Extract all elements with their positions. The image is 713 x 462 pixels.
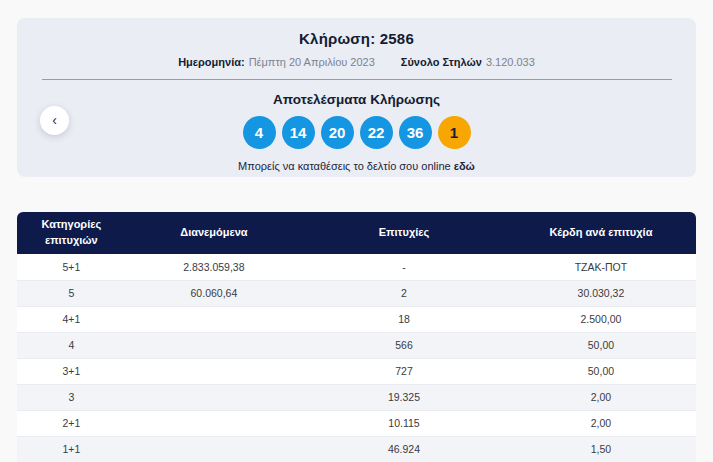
table-cell-category: 5 bbox=[17, 280, 126, 306]
table-cell-winners: 19.325 bbox=[302, 384, 506, 410]
table-row: 456650,00 bbox=[17, 332, 696, 358]
draw-panel: Κλήρωση: 2586 Ημερομηνία:Πέμπτη 20 Απριλ… bbox=[17, 18, 696, 177]
table-cell-prize: 2,00 bbox=[506, 410, 696, 436]
draw-date-label: Ημερομηνία: bbox=[178, 56, 244, 68]
table-row: 319.3252,00 bbox=[17, 384, 696, 410]
column-header-categories: Κατηγορίεςεπιτυχιών bbox=[17, 212, 126, 254]
table-row: 2+110.1152,00 bbox=[17, 410, 696, 436]
total-columns-label: Σύνολο Στηλών bbox=[401, 56, 482, 68]
table-cell-winners: 18 bbox=[302, 306, 506, 332]
table-cell-distributed bbox=[126, 358, 303, 384]
table-row: 1+146.9241,50 bbox=[17, 436, 696, 462]
joker-number-ball: 1 bbox=[438, 116, 471, 149]
table-cell-winners: 566 bbox=[302, 332, 506, 358]
table-cell-prize: 2.500,00 bbox=[506, 306, 696, 332]
table-cell-distributed bbox=[126, 436, 303, 462]
chevron-left-icon: ‹ bbox=[52, 113, 57, 127]
table-row: 5+12.833.059,38-ΤΖΑΚ-ΠΟΤ bbox=[17, 254, 696, 280]
online-submit-note: Μπορείς να καταθέσεις το δελτίο σου onli… bbox=[17, 160, 696, 172]
table-cell-category: 5+1 bbox=[17, 254, 126, 280]
drawn-number-ball: 20 bbox=[321, 116, 354, 149]
total-columns-value: 3.120.033 bbox=[486, 56, 535, 68]
winnings-table-container: Κατηγορίεςεπιτυχιών Διανεμόμενα Επιτυχίε… bbox=[17, 212, 696, 462]
drawn-number-ball: 14 bbox=[282, 116, 315, 149]
table-cell-winners: 10.115 bbox=[302, 410, 506, 436]
winnings-table: Κατηγορίεςεπιτυχιών Διανεμόμενα Επιτυχίε… bbox=[17, 212, 696, 462]
table-cell-distributed: 2.833.059,38 bbox=[126, 254, 303, 280]
online-submit-text: Μπορείς να καταθέσεις το δελτίο σου onli… bbox=[238, 160, 451, 172]
table-cell-distributed bbox=[126, 306, 303, 332]
table-cell-prize: 50,00 bbox=[506, 358, 696, 384]
draw-date: Ημερομηνία:Πέμπτη 20 Απριλίου 2023 bbox=[178, 56, 375, 68]
table-cell-category: 1+1 bbox=[17, 436, 126, 462]
page-content: Κλήρωση: 2586 Ημερομηνία:Πέμπτη 20 Απριλ… bbox=[17, 0, 696, 462]
table-cell-winners: 727 bbox=[302, 358, 506, 384]
table-header-row: Κατηγορίεςεπιτυχιών Διανεμόμενα Επιτυχίε… bbox=[17, 212, 696, 254]
draw-title-label: Κλήρωση: bbox=[299, 30, 375, 47]
table-cell-category: 3 bbox=[17, 384, 126, 410]
drawn-number-ball: 4 bbox=[243, 116, 276, 149]
table-row: 560.060,64230.030,32 bbox=[17, 280, 696, 306]
drawn-numbers: 4142022361 bbox=[17, 116, 696, 149]
table-cell-winners: - bbox=[302, 254, 506, 280]
previous-draw-button[interactable]: ‹ bbox=[40, 106, 69, 135]
table-cell-winners: 46.924 bbox=[302, 436, 506, 462]
table-cell-distributed: 60.060,64 bbox=[126, 280, 303, 306]
table-cell-distributed bbox=[126, 332, 303, 358]
panel-divider bbox=[42, 79, 672, 80]
table-row: 4+1182.500,00 bbox=[17, 306, 696, 332]
draw-meta: Ημερομηνία:Πέμπτη 20 Απριλίου 2023 Σύνολ… bbox=[17, 56, 696, 68]
table-cell-category: 2+1 bbox=[17, 410, 126, 436]
draw-title-value: 2586 bbox=[380, 30, 414, 47]
table-cell-prize: 50,00 bbox=[506, 332, 696, 358]
total-columns: Σύνολο Στηλών3.120.033 bbox=[401, 56, 535, 68]
table-row: 3+172750,00 bbox=[17, 358, 696, 384]
table-cell-prize: ΤΖΑΚ-ΠΟΤ bbox=[506, 254, 696, 280]
column-header-prize: Κέρδη ανά επιτυχία bbox=[506, 212, 696, 254]
drawn-number-ball: 22 bbox=[360, 116, 393, 149]
online-submit-link[interactable]: εδώ bbox=[454, 160, 475, 172]
draw-title: Κλήρωση: 2586 bbox=[17, 30, 696, 47]
draw-date-value: Πέμπτη 20 Απριλίου 2023 bbox=[249, 56, 375, 68]
column-header-winners: Επιτυχίες bbox=[302, 212, 506, 254]
table-cell-distributed bbox=[126, 384, 303, 410]
table-cell-prize: 2,00 bbox=[506, 384, 696, 410]
table-cell-category: 3+1 bbox=[17, 358, 126, 384]
table-cell-category: 4+1 bbox=[17, 306, 126, 332]
table-cell-winners: 2 bbox=[302, 280, 506, 306]
table-cell-prize: 1,50 bbox=[506, 436, 696, 462]
drawn-number-ball: 36 bbox=[399, 116, 432, 149]
table-cell-prize: 30.030,32 bbox=[506, 280, 696, 306]
winnings-table-body: 5+12.833.059,38-ΤΖΑΚ-ΠΟΤ560.060,64230.03… bbox=[17, 254, 696, 462]
table-cell-distributed bbox=[126, 410, 303, 436]
results-title: Αποτελέσματα Κλήρωσης bbox=[17, 92, 696, 107]
table-cell-category: 4 bbox=[17, 332, 126, 358]
column-header-distributed: Διανεμόμενα bbox=[126, 212, 303, 254]
